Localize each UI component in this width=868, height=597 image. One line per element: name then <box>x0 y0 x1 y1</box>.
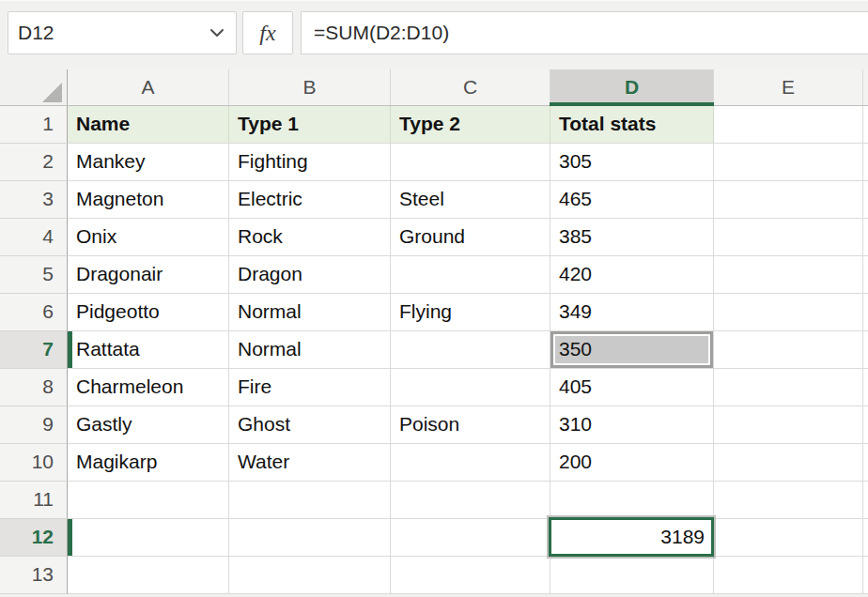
cell-B12[interactable] <box>229 519 391 557</box>
cell-A5[interactable]: Dragonair <box>68 256 229 294</box>
cell-C11[interactable] <box>391 482 550 519</box>
cell-B10[interactable]: Water <box>229 444 391 482</box>
row-header-12[interactable]: 12 <box>0 519 68 557</box>
cell-partial-3 <box>863 181 868 219</box>
cell-C13[interactable] <box>391 557 550 594</box>
row-header-2[interactable]: 2 <box>0 144 68 181</box>
insert-function-button[interactable]: fx <box>242 11 293 54</box>
cell-B11[interactable] <box>229 482 391 519</box>
cell-A8[interactable]: Charmeleon <box>68 369 229 406</box>
row-header-8[interactable]: 8 <box>0 369 68 406</box>
cell-D4[interactable]: 385 <box>550 219 714 256</box>
cell-D3[interactable]: 465 <box>550 181 714 219</box>
select-all-corner[interactable] <box>0 69 68 105</box>
name-box[interactable]: D12 <box>8 11 237 54</box>
column-header-d[interactable]: D <box>550 69 714 105</box>
selected-column-underline <box>550 102 714 106</box>
cell-A3[interactable]: Magneton <box>68 181 229 219</box>
row-header-3[interactable]: 3 <box>0 181 68 219</box>
selected-row-indicator <box>68 519 72 556</box>
cell-E3[interactable] <box>714 181 863 219</box>
column-header-c[interactable]: C <box>391 69 550 105</box>
cell-D5[interactable]: 420 <box>550 256 714 294</box>
cell-A9[interactable]: Gastly <box>68 406 229 444</box>
cell-C10[interactable] <box>391 444 550 482</box>
cell-C6[interactable]: Flying <box>391 294 550 331</box>
cell-B1[interactable]: Type 1 <box>229 106 391 144</box>
cell-C1[interactable]: Type 2 <box>391 106 550 144</box>
cell-A12[interactable] <box>68 519 229 557</box>
column-header-b[interactable]: B <box>229 69 391 105</box>
cell-E6[interactable] <box>714 294 863 331</box>
cell-B6[interactable]: Normal <box>229 294 391 331</box>
cell-A4[interactable]: Onix <box>68 219 229 256</box>
cell-C12[interactable] <box>391 519 550 557</box>
cell-partial-2 <box>863 144 868 181</box>
cell-B8[interactable]: Fire <box>229 369 391 406</box>
column-header-e[interactable]: E <box>714 69 863 105</box>
formula-text: =SUM(D2:D10) <box>314 22 449 44</box>
cell-A2[interactable]: Mankey <box>68 144 229 181</box>
cell-E10[interactable] <box>714 444 863 482</box>
cell-E7[interactable] <box>714 331 863 369</box>
cell-D7[interactable]: 350 <box>550 331 714 369</box>
row-header-10[interactable]: 10 <box>0 444 68 482</box>
row-header-11[interactable]: 11 <box>0 482 68 519</box>
row-header-1[interactable]: 1 <box>0 106 68 144</box>
cell-D9[interactable]: 310 <box>550 406 714 444</box>
row-header-13[interactable]: 13 <box>0 557 68 594</box>
cell-C9[interactable]: Poison <box>391 406 550 444</box>
cell-E4[interactable] <box>714 219 863 256</box>
cell-C5[interactable] <box>391 256 550 294</box>
cell-D11[interactable] <box>550 482 714 519</box>
chevron-down-icon[interactable] <box>209 28 225 38</box>
cell-D13[interactable] <box>550 557 714 594</box>
cell-E9[interactable] <box>714 406 863 444</box>
cell-D12[interactable]: 3189 <box>550 519 714 557</box>
cell-partial-12 <box>863 519 868 557</box>
cell-E11[interactable] <box>714 482 863 519</box>
cell-B4[interactable]: Rock <box>229 219 391 256</box>
cell-A1[interactable]: Name <box>68 106 229 144</box>
cell-D6[interactable]: 349 <box>550 294 714 331</box>
cell-B2[interactable]: Fighting <box>229 144 391 181</box>
row-header-4[interactable]: 4 <box>0 219 68 256</box>
cell-B9[interactable]: Ghost <box>229 406 391 444</box>
cell-A7[interactable]: Rattata <box>68 331 229 369</box>
row-header-6[interactable]: 6 <box>0 294 68 331</box>
cell-E8[interactable] <box>714 369 863 406</box>
row-header-5[interactable]: 5 <box>0 256 68 294</box>
cell-E2[interactable] <box>714 144 863 181</box>
cell-E5[interactable] <box>714 256 863 294</box>
cell-A11[interactable] <box>68 482 229 519</box>
sheet-row-2: 2MankeyFighting305 <box>0 144 868 181</box>
cell-E13[interactable] <box>714 557 863 594</box>
sheet-row-7: 7RattataNormal350 <box>0 331 868 369</box>
active-cell-border <box>549 517 714 557</box>
column-header-partial <box>863 69 868 105</box>
cell-partial-5 <box>863 256 868 294</box>
cell-A10[interactable]: Magikarp <box>68 444 229 482</box>
row-header-7[interactable]: 7 <box>0 331 68 369</box>
cell-C2[interactable] <box>391 144 550 181</box>
cell-C4[interactable]: Ground <box>391 219 550 256</box>
cell-D8[interactable]: 405 <box>550 369 714 406</box>
cell-C8[interactable] <box>391 369 550 406</box>
cell-D1[interactable]: Total stats <box>550 106 714 144</box>
cell-E1[interactable] <box>714 106 863 144</box>
cell-B3[interactable]: Electric <box>229 181 391 219</box>
formula-input[interactable]: =SUM(D2:D10) <box>301 11 868 54</box>
cell-A13[interactable] <box>68 557 229 594</box>
cell-D10[interactable]: 200 <box>550 444 714 482</box>
cell-A6[interactable]: Pidgeotto <box>68 294 229 331</box>
cell-C7[interactable] <box>391 331 550 369</box>
row-header-9[interactable]: 9 <box>0 406 68 444</box>
cell-E12[interactable] <box>714 519 863 557</box>
cell-D2[interactable]: 305 <box>550 144 714 181</box>
column-header-a[interactable]: A <box>68 69 229 105</box>
cell-B13[interactable] <box>229 557 391 594</box>
cell-C3[interactable]: Steel <box>391 181 550 219</box>
cell-B5[interactable]: Dragon <box>229 256 391 294</box>
formula-toolbar: D12 fx =SUM(D2:D10) <box>0 0 868 55</box>
cell-B7[interactable]: Normal <box>229 331 391 369</box>
